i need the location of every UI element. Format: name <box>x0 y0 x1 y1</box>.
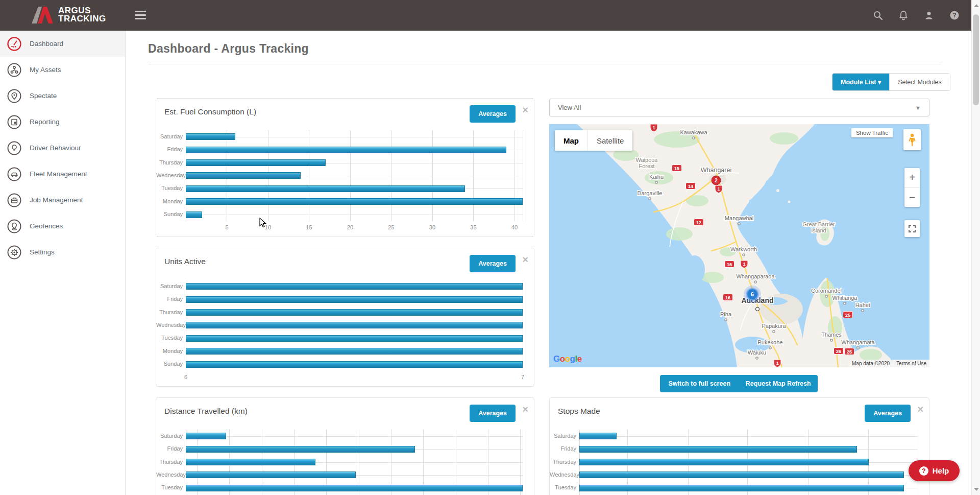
map-place-label: Waiuku <box>748 349 766 356</box>
map-place-label: Thames <box>821 332 842 338</box>
scrollbar-down-arrow-icon[interactable] <box>974 488 979 491</box>
help-circle-icon[interactable]: ? <box>949 10 960 20</box>
category-label: Thursday <box>156 159 183 166</box>
sidebar-item-label: Settings <box>30 248 55 256</box>
axis-tick-label: 6 <box>184 374 187 380</box>
view-all-dropdown-value: View All <box>558 104 581 111</box>
google-map[interactable]: KawakawaWhangareiKaihuDargavilleMangawha… <box>549 124 929 367</box>
averages-button[interactable]: Averages <box>470 105 516 123</box>
sidebar-item-reporting[interactable]: Reporting <box>0 109 125 135</box>
axis-tick-label: 35 <box>470 224 476 230</box>
map-place-label: Whangamata <box>841 339 875 345</box>
scrollbar-up-arrow-icon[interactable] <box>974 4 979 7</box>
category-label: Tuesday <box>550 484 576 490</box>
averages-button[interactable]: Averages <box>470 405 516 422</box>
close-panel-icon[interactable]: ✕ <box>917 406 924 414</box>
map-place-label: Forest <box>639 163 654 169</box>
close-panel-icon[interactable]: ✕ <box>522 106 529 114</box>
sidebar-item-label: Geofences <box>30 222 63 230</box>
category-label: Saturday <box>156 283 183 289</box>
bar-tuesday <box>186 485 523 491</box>
map-tab[interactable]: Map <box>555 130 587 151</box>
select-modules-button[interactable]: Select Modules <box>889 74 949 90</box>
my-assets-icon <box>7 62 22 78</box>
town-dot <box>769 347 771 349</box>
bar-tuesday <box>186 185 465 192</box>
map-place-label: Papakura <box>762 323 786 329</box>
map-place-label: Mangawhai <box>725 215 753 221</box>
gridline <box>186 137 523 137</box>
argus-tracking-logo[interactable]: ARGUS TRACKING <box>31 5 106 25</box>
user-account-icon[interactable] <box>924 10 934 20</box>
zoom-out-button[interactable]: − <box>904 188 920 207</box>
vertical-scrollbar[interactable] <box>971 0 980 495</box>
category-label: Monday <box>156 348 183 354</box>
sidebar-item-label: Spectate <box>30 92 57 100</box>
highway-shield-number: 16 <box>727 262 732 267</box>
sidebar-item-label: Reporting <box>30 118 60 126</box>
town-dot <box>725 319 727 321</box>
red-cluster-count: 2 <box>715 177 718 183</box>
category-label: Tuesday <box>156 484 183 490</box>
notifications-bell-icon[interactable] <box>898 10 909 20</box>
terms-of-use-link[interactable]: Terms of Use <box>893 360 929 367</box>
dashboard-icon <box>7 36 22 52</box>
sidebar-item-job-management[interactable]: Job Management <box>0 187 125 213</box>
header-divider <box>148 64 942 64</box>
bar-thursday <box>186 459 315 465</box>
map-fullscreen-button[interactable] <box>904 220 920 237</box>
sh1-shield-number: 1 <box>776 361 779 366</box>
sidebar-item-geofences[interactable]: Geofences <box>0 213 125 239</box>
request-map-refresh-button[interactable]: Request Map Refresh <box>739 375 818 392</box>
help-button[interactable]: ? Help <box>909 460 960 481</box>
module-list-button[interactable]: Module List ▾ <box>832 74 889 90</box>
driver-behaviour-icon <box>7 140 22 156</box>
map-place-label: Warkworth <box>730 246 757 252</box>
sidebar-item-fleet-management[interactable]: Fleet Management <box>0 161 125 187</box>
hamburger-menu-icon[interactable] <box>134 9 147 22</box>
sidebar-item-driver-behaviour[interactable]: Driver Behaviour <box>0 135 125 161</box>
google-logo[interactable]: Google <box>553 354 582 364</box>
search-icon[interactable] <box>873 10 883 20</box>
scrollbar-thumb[interactable] <box>973 14 979 105</box>
map-place-label: Hahei <box>855 302 870 308</box>
bar-thursday <box>579 459 869 465</box>
averages-button[interactable]: Averages <box>865 405 911 422</box>
sidebar-item-my-assets[interactable]: My Assets <box>0 57 125 83</box>
averages-button[interactable]: Averages <box>470 255 516 272</box>
sidebar-item-dashboard[interactable]: Dashboard <box>0 31 125 57</box>
switch-fullscreen-button[interactable]: Switch to full screen <box>660 375 739 392</box>
job-management-icon <box>7 193 22 208</box>
panel-distance-travelled: Distance Travelled (km)Averages✕Saturday… <box>156 397 534 495</box>
map-place-label: Pukekohe <box>758 339 783 345</box>
map-place-label: Kaihu <box>649 174 664 180</box>
fullscreen-icon <box>909 225 916 232</box>
dropdown-caret-icon: ▼ <box>915 105 921 111</box>
map-place-label: Island <box>811 227 826 233</box>
sidebar-item-settings[interactable]: Settings <box>0 239 125 265</box>
chart-title: Distance Travelled (km) <box>164 407 248 416</box>
category-label: Friday <box>156 146 183 152</box>
view-all-dropdown[interactable]: View All ▼ <box>549 99 929 116</box>
town-dot <box>844 302 846 304</box>
highway-shield-number: 14 <box>688 184 693 189</box>
bar-monday <box>186 348 523 355</box>
zoom-in-button[interactable]: + <box>904 168 920 188</box>
sidebar-item-spectate[interactable]: Spectate <box>0 83 125 109</box>
town-dot <box>738 223 740 225</box>
map-place-label: Whangaparaoa <box>736 273 775 279</box>
category-label: Saturday <box>156 433 183 439</box>
close-panel-icon[interactable]: ✕ <box>522 256 529 264</box>
bar-friday <box>186 147 506 153</box>
bar-wednesday <box>186 172 301 179</box>
highway-shield-number: 25 <box>847 349 852 355</box>
gridline <box>186 436 523 437</box>
satellite-tab[interactable]: Satellite <box>587 130 632 151</box>
pegman-control[interactable] <box>903 129 921 150</box>
close-panel-icon[interactable]: ✕ <box>522 406 529 414</box>
bar-friday <box>579 446 857 453</box>
category-label: Wednesday <box>156 322 183 328</box>
svg-text:?: ? <box>952 12 956 19</box>
show-traffic-button[interactable]: Show Traffic <box>851 128 893 137</box>
axis-tick-label: 5 <box>225 224 228 230</box>
